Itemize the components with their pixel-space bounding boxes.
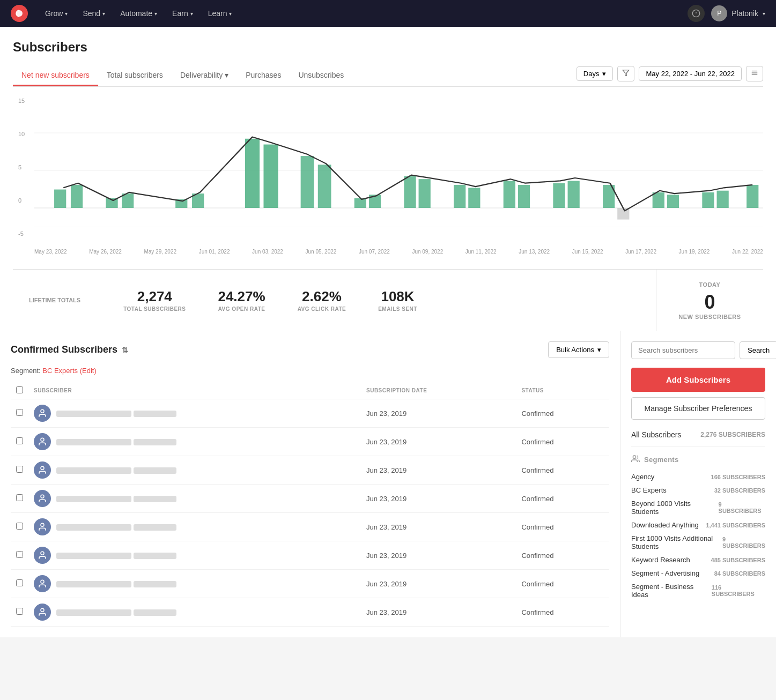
table-row: Jun 23, 2019 Confirmed xyxy=(11,456,609,485)
table-row: Jun 23, 2019 Confirmed xyxy=(11,399,609,428)
manage-preferences-button[interactable]: Manage Subscriber Preferences xyxy=(631,397,765,420)
segment-row: Segment: BC Experts (Edit) xyxy=(11,367,609,375)
subscription-date: Jun 23, 2019 xyxy=(361,541,516,570)
lifetime-label: LIFETIME TOTALS xyxy=(29,297,80,303)
subscriber-email xyxy=(56,496,131,502)
list-item[interactable]: Segment - Advertising 84 SUBSCRIBERS xyxy=(631,567,765,580)
nav-automate[interactable]: Automate ▾ xyxy=(114,0,164,27)
svg-point-41 xyxy=(41,552,44,555)
svg-rect-17 xyxy=(301,156,314,208)
svg-rect-15 xyxy=(245,139,260,208)
svg-rect-9 xyxy=(54,190,66,208)
search-input[interactable] xyxy=(631,341,735,359)
svg-rect-28 xyxy=(568,181,580,208)
status-badge: Confirmed xyxy=(516,456,609,485)
notifications-button[interactable] xyxy=(688,5,705,22)
svg-rect-23 xyxy=(454,185,465,208)
logo[interactable] xyxy=(11,5,28,22)
tab-total-subscribers[interactable]: Total subscribers xyxy=(98,65,172,86)
tab-unsubscribes[interactable]: Unsubscribes xyxy=(290,65,352,86)
sort-icon[interactable]: ⇅ xyxy=(122,346,128,354)
row-checkbox-1[interactable] xyxy=(16,437,23,444)
nav-learn[interactable]: Learn ▾ xyxy=(202,0,239,27)
list-item[interactable]: Beyond 1000 Visits Students 9 SUBSCRIBER… xyxy=(631,497,765,518)
row-checkbox-6[interactable] xyxy=(16,579,23,586)
svg-rect-26 xyxy=(518,185,530,208)
nav-grow[interactable]: Grow ▾ xyxy=(39,0,74,27)
subscriber-email xyxy=(56,609,131,616)
table-row: Jun 23, 2019 Confirmed xyxy=(11,485,609,513)
svg-rect-21 xyxy=(404,176,416,208)
add-subscribers-button[interactable]: Add Subscribers xyxy=(631,368,765,392)
segment-edit-link[interactable]: (Edit) xyxy=(80,367,97,375)
status-badge: Confirmed xyxy=(516,598,609,627)
bulk-actions-button[interactable]: Bulk Actions ▾ xyxy=(548,341,609,358)
chevron-down-icon: ▾ xyxy=(154,11,157,17)
subscriber-email xyxy=(56,524,131,531)
list-item[interactable]: Downloaded Anything 1,441 SUBSCRIBERS xyxy=(631,518,765,532)
analytics-tabs: Net new subscribers Total subscribers De… xyxy=(13,65,763,87)
user-menu[interactable]: P Platonik ▾ xyxy=(711,5,765,21)
date-range-picker[interactable]: May 22, 2022 - Jun 22, 2022 xyxy=(639,66,742,81)
nav-send[interactable]: Send ▾ xyxy=(76,0,112,27)
today-stats: TODAY 0 NEW SUBSCRIBERS xyxy=(656,270,763,331)
row-checkbox-7[interactable] xyxy=(16,608,23,615)
sidebar: Search Add Subscribers Manage Subscriber… xyxy=(620,331,776,637)
subscriber-email xyxy=(56,439,131,445)
tab-purchases[interactable]: Purchases xyxy=(237,65,290,86)
status-badge: Confirmed xyxy=(516,428,609,456)
subscriber-name xyxy=(134,553,176,559)
svg-point-44 xyxy=(633,456,635,458)
lifetime-stats: LIFETIME TOTALS 2,274 TOTAL SUBSCRIBERS … xyxy=(13,270,656,331)
table-row: Jun 23, 2019 Confirmed xyxy=(11,598,609,627)
list-item[interactable]: Segment - Business Ideas 116 SUBSCRIBERS xyxy=(631,580,765,601)
tab-net-new-subscribers[interactable]: Net new subscribers xyxy=(13,65,98,86)
row-checkbox-2[interactable] xyxy=(16,466,23,473)
svg-rect-16 xyxy=(263,145,278,208)
list-item[interactable]: BC Experts 32 SUBSCRIBERS xyxy=(631,483,765,497)
status-badge: Confirmed xyxy=(516,485,609,513)
list-item[interactable]: Agency 166 SUBSCRIBERS xyxy=(631,470,765,483)
segment-link[interactable]: BC Experts xyxy=(42,367,78,375)
filter-button[interactable] xyxy=(617,66,634,81)
row-checkbox-3[interactable] xyxy=(16,494,23,501)
avatar xyxy=(34,575,51,592)
days-dropdown[interactable]: Days ▾ xyxy=(577,66,614,81)
row-checkbox-0[interactable] xyxy=(16,409,23,416)
chart-svg xyxy=(34,95,763,245)
avatar xyxy=(34,547,51,564)
table-row: Jun 23, 2019 Confirmed xyxy=(11,428,609,456)
stat-avg-open-rate: 24.27% AVG OPEN RATE xyxy=(218,288,265,312)
subscriber-email xyxy=(56,553,131,559)
chevron-down-icon: ▾ xyxy=(190,11,193,17)
chart-menu-button[interactable] xyxy=(746,66,763,81)
status-badge: Confirmed xyxy=(516,570,609,598)
table-row: Jun 23, 2019 Confirmed xyxy=(11,541,609,570)
subscribers-table: SUBSCRIBER SUBSCRIPTION DATE STATUS xyxy=(11,382,609,627)
search-button[interactable]: Search xyxy=(740,341,776,359)
avatar: P xyxy=(711,5,727,21)
avatar xyxy=(34,433,51,450)
page-title: Subscribers xyxy=(13,40,763,55)
chevron-down-icon: ▾ xyxy=(102,11,105,17)
svg-point-38 xyxy=(41,466,44,470)
table-row: Jun 23, 2019 Confirmed xyxy=(11,570,609,598)
subscription-date: Jun 23, 2019 xyxy=(361,456,516,485)
avatar xyxy=(34,518,51,535)
subscription-date: Jun 23, 2019 xyxy=(361,513,516,541)
select-all-checkbox[interactable] xyxy=(16,386,23,393)
row-checkbox-4[interactable] xyxy=(16,523,23,530)
search-row: Search xyxy=(631,341,765,359)
list-item[interactable]: Keyword Research 485 SUBSCRIBERS xyxy=(631,553,765,567)
subscription-date: Jun 23, 2019 xyxy=(361,570,516,598)
main-content: Confirmed Subscribers ⇅ Bulk Actions ▾ S… xyxy=(0,331,776,637)
tab-deliverability[interactable]: Deliverability ▾ xyxy=(172,65,237,86)
svg-rect-31 xyxy=(653,192,664,208)
row-checkbox-5[interactable] xyxy=(16,551,23,558)
nav-earn[interactable]: Earn ▾ xyxy=(166,0,199,27)
subscriber-email xyxy=(56,467,131,474)
list-item[interactable]: First 1000 Visits Additional Students 9 … xyxy=(631,532,765,553)
subscription-date: Jun 23, 2019 xyxy=(361,399,516,428)
chevron-down-icon: ▾ xyxy=(602,70,606,78)
svg-point-37 xyxy=(41,438,44,441)
